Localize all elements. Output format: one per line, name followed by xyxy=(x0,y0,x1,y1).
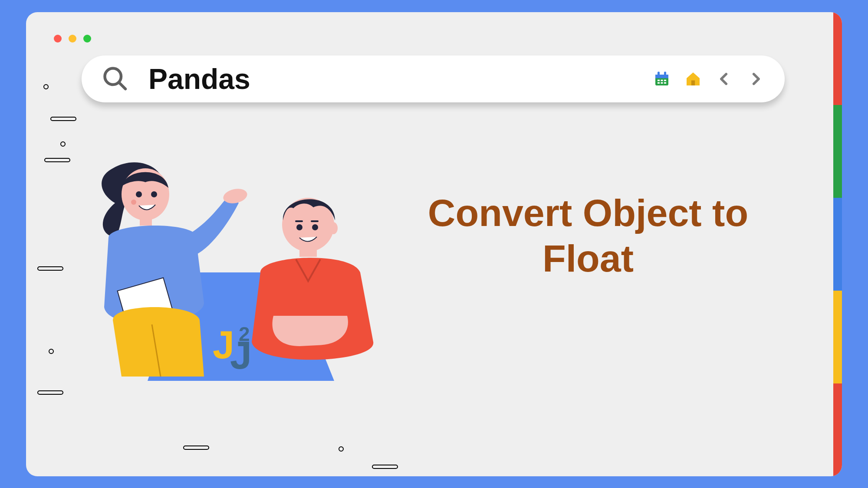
search-icon[interactable] xyxy=(102,65,128,93)
svg-line-1 xyxy=(119,83,125,89)
svg-point-18 xyxy=(136,191,142,197)
window-traffic-lights xyxy=(54,35,91,43)
svg-rect-12 xyxy=(691,80,695,85)
search-input[interactable]: Pandas xyxy=(148,62,653,95)
chevron-left-icon[interactable] xyxy=(715,70,733,88)
svg-rect-8 xyxy=(664,79,666,81)
deco-dot xyxy=(60,141,66,147)
calendar-icon[interactable] xyxy=(653,70,671,88)
svg-point-29 xyxy=(312,224,318,230)
svg-point-27 xyxy=(329,222,338,234)
deco-pill xyxy=(50,117,76,121)
side-tab-green[interactable] xyxy=(833,105,842,198)
svg-rect-4 xyxy=(658,72,660,75)
maximize-dot[interactable] xyxy=(83,35,91,43)
svg-rect-10 xyxy=(661,82,663,83)
deco-pill xyxy=(183,445,209,450)
deco-pill xyxy=(37,266,63,271)
deco-dot xyxy=(43,84,49,89)
page-title: Convert Object to Float xyxy=(386,190,790,282)
search-actions xyxy=(653,70,765,88)
side-tab-yellow[interactable] xyxy=(833,291,842,383)
svg-point-28 xyxy=(296,224,302,230)
side-color-tabs xyxy=(833,12,842,476)
svg-rect-5 xyxy=(664,72,666,75)
svg-rect-3 xyxy=(655,75,668,78)
side-tab-blue[interactable] xyxy=(833,198,842,291)
home-icon[interactable] xyxy=(684,70,702,88)
search-bar: Pandas xyxy=(82,56,785,102)
chevron-right-icon[interactable] xyxy=(746,70,765,88)
side-tab-red-2[interactable] xyxy=(833,383,842,476)
svg-text:J: J xyxy=(230,334,252,377)
deco-dot xyxy=(339,446,344,452)
svg-point-20 xyxy=(131,200,136,205)
svg-rect-21 xyxy=(140,217,152,226)
deco-pill xyxy=(44,158,70,162)
deco-dot xyxy=(49,349,54,354)
svg-rect-9 xyxy=(658,82,660,83)
minimize-dot[interactable] xyxy=(69,35,76,43)
svg-rect-30 xyxy=(295,220,303,222)
deco-pill xyxy=(37,390,63,395)
app-window: Pandas xyxy=(26,12,842,476)
close-dot[interactable] xyxy=(54,35,62,43)
svg-point-19 xyxy=(151,191,157,197)
side-tab-red[interactable] xyxy=(833,12,842,105)
svg-rect-11 xyxy=(664,82,666,83)
svg-rect-31 xyxy=(311,220,319,222)
people-illustration: J 2 J xyxy=(74,151,430,394)
svg-rect-7 xyxy=(661,79,663,81)
svg-rect-6 xyxy=(658,79,660,81)
deco-pill xyxy=(372,465,398,469)
